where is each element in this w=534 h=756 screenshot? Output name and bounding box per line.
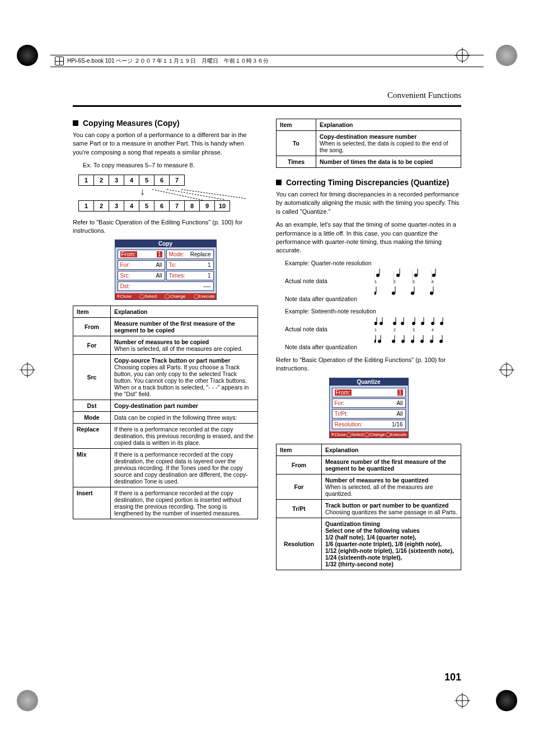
measure-cell: 2 [93,200,109,212]
measure-cell: 9 [199,200,215,212]
dialog-field: Times:1 [166,271,214,280]
quantize-params-table: Item Explanation FromMeasure number of t… [276,444,461,570]
measure-cell: 1 [78,200,94,212]
dialog-field: Src:All [118,271,165,280]
dialog-field: Tr/Pt:All [332,409,406,419]
dialog-title: Copy [115,240,216,247]
row-label: Actual note data [285,278,369,284]
dialog-footer-action: ◯Execute [386,432,407,437]
example-title: Example: Sixteenth-note resolution [285,308,461,314]
row-header: Dst [73,400,111,412]
measure-cell: 4 [124,200,139,212]
measure-cell: 7 [169,200,185,212]
dialog-footer-action: ◯Change [364,432,385,437]
page-number: 101 [444,672,461,683]
dialog-footer-action: ✕Close [116,294,132,299]
mode-intro: Data can be copied in the following thre… [111,412,258,424]
row-label: Note data after quantization [285,344,369,350]
notes-icon: 1234 [374,267,447,284]
dialog-title: Quantize [330,378,408,386]
row-header: Tr/Pt [277,499,322,518]
measure-cell: 6 [154,200,170,212]
row-explanation: Number of times the data is to be copied [316,156,461,168]
row-header: For [277,474,322,499]
measure-cell: 6 [154,175,170,186]
dialog-field: From:1 [118,250,165,259]
col-header: Explanation [322,444,461,456]
print-header: HPi-6S-e.book 101 ページ ２００７年１１月１９日 月曜日 午前… [50,55,484,67]
copy-params-table: Item Explanation FromMeasure number of t… [73,306,258,519]
dialog-field: Resolution:1/16 [332,420,406,429]
row-header: Src [73,355,111,400]
print-header-text: HPi-6S-e.book 101 ページ ２００７年１１月１９日 月曜日 午前… [67,57,269,65]
measure-cell: 3 [109,175,124,186]
section-header: Convenient Functions [387,91,461,100]
quantize-diagram-sixteenth: Example: Sixteenth-note resolution Actua… [285,308,461,350]
row-header: To [277,131,316,156]
arrow-down-icon: ↓ [140,186,145,198]
dialog-footer-action: ✕Close [331,432,346,437]
paragraph: You can correct for timing discrepancies… [276,190,461,216]
feature-title-text: Correcting Timing Discrepancies (Quantiz… [286,178,449,187]
measure-cell: 5 [139,200,154,212]
dialog-field: For:All [332,398,406,408]
row-label: Note data after quantization [285,295,369,302]
corner-ornament-icon [496,690,517,711]
svg-text:3: 3 [413,280,415,284]
mode-name: Mix [73,449,111,487]
row-explanation: Copy-destination part number [111,400,258,412]
registration-mark-icon [456,694,469,707]
corner-ornament-icon [496,45,517,66]
dialog-field: To:1 [166,260,214,270]
corner-ornament-icon [17,45,38,66]
page: HPi-6S-e.book 101 ページ ２００７年１１月１９日 月曜日 午前… [0,0,534,756]
left-column: Copying Measures (Copy) You can copy a p… [73,95,258,678]
row-header: From [277,456,322,474]
svg-text:2: 2 [394,328,396,332]
section-rule [73,105,461,107]
reference-text: Refer to "Basic Operation of the Editing… [73,218,258,236]
col-header: Explanation [316,119,461,131]
col-header: Item [73,306,111,318]
row-explanation: Track button or part number to be quanti… [322,499,461,518]
measure-cell: 8 [184,200,200,212]
mode-explanation: If there is a performance recorded at th… [111,487,258,519]
row-label: Actual note data [285,326,369,332]
measure-cell: 7 [169,175,185,186]
notes-icon [374,334,447,350]
mode-name: Replace [73,424,111,449]
measure-cell: 5 [139,175,154,186]
notes-icon: 1234 [374,316,447,332]
svg-point-18 [392,292,395,295]
svg-point-6 [396,274,400,277]
row-header: From [73,318,111,336]
feature-title-quantize: Correcting Timing Discrepancies (Quantiz… [276,178,461,187]
row-explanation: Number of measures to be copiedWhen is s… [111,336,258,355]
svg-point-8 [414,274,418,277]
measure-cell: 3 [109,200,124,212]
notes-icon [374,285,447,302]
paragraph: As an example, let's say that the timing… [276,220,461,255]
dialog-footer-action: ◯Execute [194,294,215,299]
registration-mark-icon [500,364,513,376]
col-header: Item [277,119,316,131]
example-caption: Ex. To copy measures 5–7 to measure 8. [83,161,258,170]
quantize-dialog-screenshot: Quantize From:1For:AllTr/Pt:AllResolutio… [329,378,409,438]
svg-point-20 [411,292,414,295]
col-header: Item [277,444,322,456]
dialog-field: For:All [118,260,165,270]
feature-title-copy: Copying Measures (Copy) [73,119,258,128]
corner-ornament-icon [17,690,38,711]
mode-explanation: If there is a performance recorded at th… [111,424,258,449]
dialog-field: From:1 [332,388,406,397]
svg-point-10 [432,274,435,277]
dialog-field: Mode:Replace [166,250,214,259]
quantize-diagram-quarter: Example: Quarter-note resolution Actual … [285,260,461,302]
row-explanation: Copy-destination measure numberWhen is s… [316,131,461,156]
right-column: Item Explanation ToCopy-destination meas… [276,95,461,678]
dialog-field: Dst:---- [118,281,214,291]
svg-point-4 [376,274,380,277]
row-header-mode: Mode [73,412,111,424]
reference-text: Refer to "Basic Operation of the Editing… [276,356,461,373]
paragraph: You can copy a portion of a performance … [73,131,258,157]
